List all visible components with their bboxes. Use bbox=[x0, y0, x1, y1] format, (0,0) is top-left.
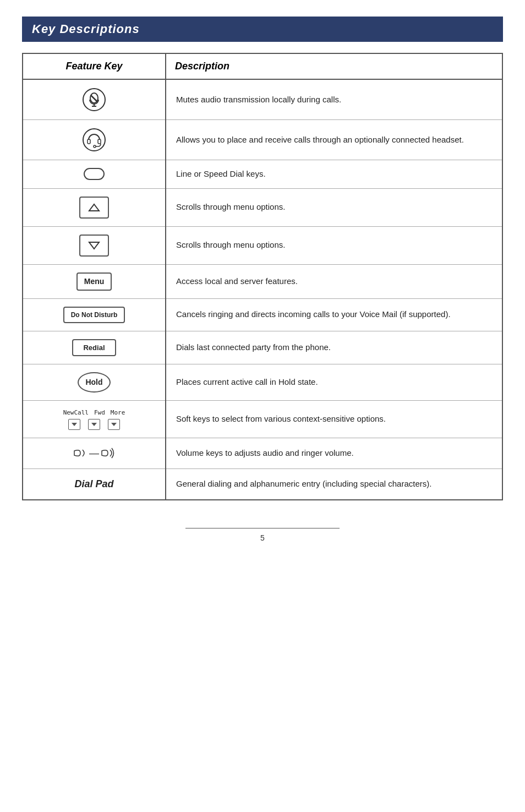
page-title: Key Descriptions bbox=[32, 22, 140, 36]
dnd-key-icon: Do Not Disturb bbox=[63, 307, 125, 323]
headset-icon-cell bbox=[33, 128, 155, 152]
softkey-box-3 bbox=[108, 419, 120, 430]
description-cell: General dialing and alphanumeric entry (… bbox=[166, 468, 502, 500]
nav-up-icon bbox=[79, 197, 109, 219]
page-number: 5 bbox=[260, 533, 265, 542]
table-row: — Volume keys to adjusts audio and ringe… bbox=[23, 438, 502, 468]
description-cell: Mutes audio transmission locally during … bbox=[166, 79, 502, 120]
feature-key-cell bbox=[23, 188, 166, 226]
softkey-box-2 bbox=[88, 419, 100, 430]
volume-key-cell: — bbox=[33, 446, 155, 461]
softkey-label-1: NewCall bbox=[63, 408, 89, 418]
feature-key-cell: Dial Pad bbox=[23, 468, 166, 500]
svg-point-0 bbox=[83, 89, 105, 111]
svg-line-4 bbox=[91, 95, 97, 102]
feature-key-cell bbox=[23, 160, 166, 189]
table-row: Hold Places current active call in Hold … bbox=[23, 364, 502, 401]
redial-key-cell: Redial bbox=[33, 339, 155, 357]
nav-up-icon-cell bbox=[33, 197, 155, 219]
softkeys-cell: NewCall Fwd More bbox=[33, 408, 155, 430]
mute-icon bbox=[82, 88, 106, 112]
nav-down-icon-cell bbox=[33, 235, 155, 257]
table-row: Scrolls through menu options. bbox=[23, 188, 502, 226]
dnd-key-cell: Do Not Disturb bbox=[33, 307, 155, 323]
table-row: Do Not Disturb Cancels ringing and direc… bbox=[23, 298, 502, 331]
feature-key-cell: Hold bbox=[23, 364, 166, 401]
volume-dash-icon: — bbox=[89, 446, 99, 461]
table-row: NewCall Fwd More bbox=[23, 401, 502, 438]
svg-rect-7 bbox=[98, 139, 101, 144]
description-cell: Access local and server features. bbox=[166, 264, 502, 298]
hold-key-cell: Hold bbox=[33, 372, 155, 393]
table-row: Mutes audio transmission locally during … bbox=[23, 79, 502, 120]
table-row: Scrolls through menu options. bbox=[23, 226, 502, 264]
description-cell: Line or Speed Dial keys. bbox=[166, 160, 502, 189]
description-cell: Cancels ringing and directs incoming cal… bbox=[166, 298, 502, 331]
softkey-label-3: More bbox=[111, 408, 125, 418]
description-cell: Dials last connected party from the phon… bbox=[166, 331, 502, 364]
softkeys-icon-row bbox=[68, 419, 120, 430]
volume-icon: — bbox=[73, 446, 116, 461]
description-cell: Scrolls through menu options. bbox=[166, 188, 502, 226]
dialpad-cell: Dial Pad bbox=[33, 477, 155, 492]
svg-marker-10 bbox=[89, 242, 99, 249]
svg-marker-9 bbox=[89, 204, 99, 211]
nav-down-icon bbox=[79, 235, 109, 257]
description-cell: Allows you to place and receive calls th… bbox=[166, 120, 502, 160]
feature-key-table: Feature Key Description Mutes audio tran… bbox=[22, 53, 503, 500]
mute-icon-cell bbox=[33, 88, 155, 112]
softkey-arrow-1 bbox=[72, 423, 77, 426]
line-key-icon-cell bbox=[33, 168, 155, 180]
page-footer: 5 bbox=[22, 522, 503, 543]
feature-key-cell bbox=[23, 120, 166, 160]
softkeys-labels: NewCall Fwd More bbox=[63, 408, 125, 418]
headset-icon bbox=[82, 128, 106, 152]
volume-up-icon bbox=[100, 446, 116, 460]
svg-rect-6 bbox=[88, 139, 90, 144]
softkey-arrow-2 bbox=[91, 423, 97, 426]
softkey-label-2: Fwd bbox=[94, 408, 105, 418]
feature-key-cell: — bbox=[23, 438, 166, 468]
volume-down-icon bbox=[73, 446, 88, 460]
feature-key-cell bbox=[23, 226, 166, 264]
feature-key-cell: Menu bbox=[23, 264, 166, 298]
feature-key-cell: NewCall Fwd More bbox=[23, 401, 166, 438]
description-cell: Soft keys to select from various context… bbox=[166, 401, 502, 438]
softkeys-icon: NewCall Fwd More bbox=[63, 408, 125, 430]
feature-key-cell: Redial bbox=[23, 331, 166, 364]
hold-key-icon: Hold bbox=[78, 372, 110, 393]
softkey-arrow-3 bbox=[111, 423, 117, 426]
description-cell: Places current active call in Hold state… bbox=[166, 364, 502, 401]
svg-point-8 bbox=[94, 145, 96, 148]
description-cell: Scrolls through menu options. bbox=[166, 226, 502, 264]
table-row: Redial Dials last connected party from t… bbox=[23, 331, 502, 364]
redial-key-icon: Redial bbox=[72, 339, 116, 357]
line-key-icon bbox=[84, 168, 105, 180]
table-row: Line or Speed Dial keys. bbox=[23, 160, 502, 189]
feature-key-cell bbox=[23, 79, 166, 120]
menu-key-cell: Menu bbox=[33, 273, 155, 291]
footer-divider bbox=[185, 528, 340, 528]
menu-key-icon: Menu bbox=[76, 273, 112, 291]
table-row: Dial Pad General dialing and alphanumeri… bbox=[23, 468, 502, 500]
feature-key-cell: Do Not Disturb bbox=[23, 298, 166, 331]
table-row: Menu Access local and server features. bbox=[23, 264, 502, 298]
col-header-description: Description bbox=[166, 53, 502, 79]
table-row: Allows you to place and receive calls th… bbox=[23, 120, 502, 160]
col-header-feature-key: Feature Key bbox=[23, 53, 166, 79]
softkey-box-1 bbox=[68, 419, 80, 430]
page-header: Key Descriptions bbox=[22, 17, 503, 42]
description-cell: Volume keys to adjusts audio and ringer … bbox=[166, 438, 502, 468]
dialpad-label: Dial Pad bbox=[74, 477, 113, 492]
